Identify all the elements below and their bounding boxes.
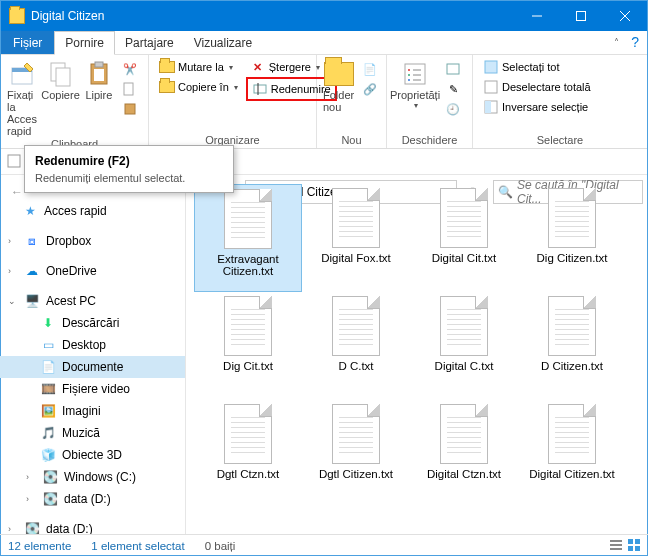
nav-sidebar: ★Acces rapid ›⧈Dropbox ›☁OneDrive ⌄🖥️Ace… — [0, 178, 186, 534]
file-name: Digital Citizen.txt — [529, 468, 615, 480]
svg-point-17 — [408, 74, 410, 76]
file-name: Extravagant Citizen.txt — [195, 253, 301, 277]
file-icon — [332, 188, 380, 248]
svg-rect-1 — [577, 12, 586, 21]
svg-rect-33 — [628, 546, 633, 551]
svg-rect-28 — [610, 540, 622, 542]
open-button[interactable] — [441, 59, 465, 79]
file-icon — [332, 404, 380, 464]
tab-home[interactable]: Pornire — [54, 31, 115, 55]
view-icons-button[interactable] — [626, 537, 642, 555]
file-name: Digital Fox.txt — [321, 252, 391, 264]
pin-quickaccess-button[interactable]: Fixați la Acces rapid — [7, 57, 37, 137]
minimize-button[interactable] — [515, 1, 559, 31]
file-name: Digital Cit.txt — [432, 252, 497, 264]
new-item-button[interactable]: 📄 — [358, 59, 382, 79]
svg-rect-29 — [610, 544, 622, 546]
file-item[interactable]: Digital Ctzn.txt — [410, 400, 518, 508]
sidebar-dropbox[interactable]: ›⧈Dropbox — [0, 230, 185, 252]
file-icon — [224, 189, 272, 249]
svg-rect-13 — [254, 85, 266, 93]
select-all-button[interactable]: Selectați tot — [479, 57, 595, 77]
file-name: Dig Cit.txt — [223, 360, 273, 372]
sidebar-windows-c[interactable]: ›💽Windows (C:) — [0, 466, 185, 488]
statusbar: 12 elemente 1 element selectat 0 baiți — [0, 534, 648, 556]
tab-share[interactable]: Partajare — [115, 31, 184, 54]
copy-button[interactable]: Copiere — [41, 57, 80, 101]
sidebar-desktop[interactable]: ▭Desktop — [0, 334, 185, 356]
svg-rect-12 — [125, 104, 135, 114]
properties-button[interactable]: Proprietăți▾ — [393, 57, 437, 110]
sidebar-downloads[interactable]: ⬇Descărcări — [0, 312, 185, 334]
file-icon — [332, 296, 380, 356]
file-item[interactable]: Digital Cit.txt — [410, 184, 518, 292]
sidebar-data-d[interactable]: ›💽data (D:) — [0, 488, 185, 510]
maximize-button[interactable] — [559, 1, 603, 31]
file-icon — [548, 404, 596, 464]
svg-rect-22 — [447, 64, 459, 74]
history-button[interactable]: 🕘 — [441, 99, 465, 119]
file-item[interactable]: Dig Citizen.txt — [518, 184, 626, 292]
sidebar-3dobjects[interactable]: 🧊Obiecte 3D — [0, 444, 185, 466]
file-icon — [440, 296, 488, 356]
file-item[interactable]: D C.txt — [302, 292, 410, 400]
file-item[interactable]: Dgtl Citizen.txt — [302, 400, 410, 508]
file-item[interactable]: Digital Citizen.txt — [518, 400, 626, 508]
view-details-button[interactable] — [608, 537, 624, 555]
status-count: 12 elemente — [8, 540, 71, 552]
tooltip-body: Redenumiți elementul selectat. — [35, 172, 223, 184]
window-title: Digital Citizen — [31, 9, 515, 23]
easy-access-button[interactable]: 🔗 — [358, 79, 382, 99]
svg-rect-31 — [628, 539, 633, 544]
tab-view[interactable]: Vizualizare — [184, 31, 262, 54]
sidebar-documents[interactable]: 📄Documente — [0, 356, 185, 378]
file-icon — [224, 404, 272, 464]
svg-rect-9 — [95, 62, 103, 67]
svg-rect-23 — [485, 61, 497, 73]
new-folder-button[interactable]: Folder nou — [323, 57, 354, 113]
paste-button[interactable]: Lipire — [84, 57, 114, 101]
select-none-button[interactable]: Deselectare totală — [479, 77, 595, 97]
sidebar-quick-access[interactable]: ★Acces rapid — [0, 200, 185, 222]
invert-selection-button[interactable]: Inversare selecție — [479, 97, 595, 117]
svg-point-16 — [408, 69, 410, 71]
paste-shortcut-button[interactable] — [118, 99, 142, 119]
svg-rect-24 — [485, 81, 497, 93]
titlebar: Digital Citizen — [1, 1, 647, 31]
group-select: Selectare — [479, 133, 641, 148]
tooltip-title: Redenumire (F2) — [35, 154, 223, 168]
file-item[interactable]: Dig Cit.txt — [194, 292, 302, 400]
file-item[interactable]: Dgtl Ctzn.txt — [194, 400, 302, 508]
svg-rect-27 — [8, 155, 20, 167]
edit-button[interactable]: ✎ — [441, 79, 465, 99]
file-name: D Citizen.txt — [541, 360, 603, 372]
close-button[interactable] — [603, 1, 647, 31]
help-button[interactable]: ? — [631, 34, 639, 50]
group-open: Deschidere — [393, 133, 466, 148]
svg-rect-34 — [635, 546, 640, 551]
ribbon-toggle-icon[interactable]: ˄ — [614, 37, 619, 48]
svg-rect-30 — [610, 548, 622, 550]
svg-rect-7 — [56, 68, 70, 86]
cut-button[interactable]: ✂️ — [118, 59, 142, 79]
file-name: D C.txt — [338, 360, 373, 372]
file-item[interactable]: Extravagant Citizen.txt — [194, 184, 302, 292]
sidebar-pictures[interactable]: 🖼️Imagini — [0, 400, 185, 422]
checkbox-icon[interactable] — [7, 154, 23, 170]
sidebar-videos[interactable]: 🎞️Fișiere video — [0, 378, 185, 400]
sidebar-onedrive[interactable]: ›☁OneDrive — [0, 260, 185, 282]
tab-file[interactable]: Fișier — [1, 31, 54, 54]
file-item[interactable]: D Citizen.txt — [518, 292, 626, 400]
svg-rect-15 — [405, 64, 425, 84]
file-pane[interactable]: Extravagant Citizen.txtDigital Fox.txtDi… — [186, 178, 648, 534]
sidebar-music[interactable]: 🎵Muzică — [0, 422, 185, 444]
sidebar-thispc[interactable]: ⌄🖥️Acest PC — [0, 290, 185, 312]
file-item[interactable]: Digital Fox.txt — [302, 184, 410, 292]
svg-rect-26 — [485, 101, 491, 113]
move-to-button[interactable]: Mutare la▾ — [155, 57, 242, 77]
file-item[interactable]: Digital C.txt — [410, 292, 518, 400]
copypath-button[interactable] — [118, 79, 142, 99]
file-icon — [440, 404, 488, 464]
copy-to-button[interactable]: Copiere în▾ — [155, 77, 242, 97]
sidebar-data-d2[interactable]: ›💽data (D:) — [0, 518, 185, 534]
